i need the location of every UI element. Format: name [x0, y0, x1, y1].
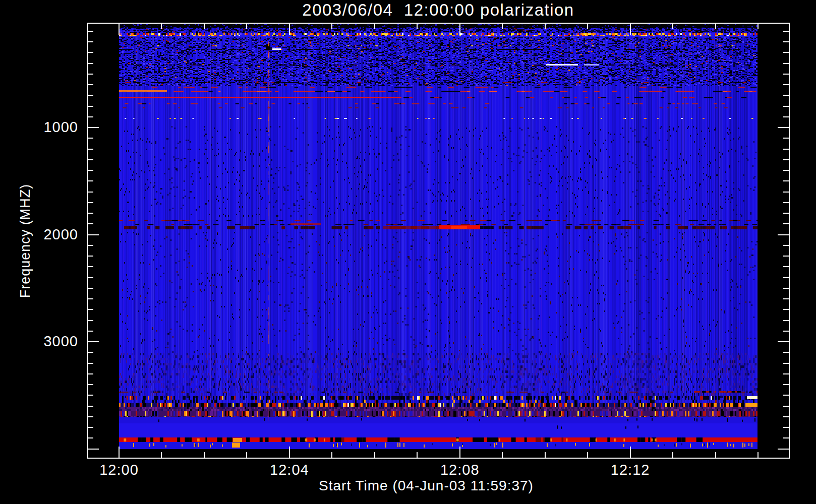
tick-mark — [331, 452, 332, 458]
tick-mark — [778, 127, 789, 128]
tick-mark — [88, 234, 99, 235]
tick-mark — [204, 24, 205, 29]
tick-mark — [783, 245, 789, 246]
tick-mark — [88, 223, 93, 224]
tick-mark — [783, 223, 789, 224]
tick-mark — [545, 24, 546, 29]
tick-mark — [88, 373, 93, 374]
tick-mark — [502, 24, 503, 29]
tick-mark — [289, 447, 290, 458]
tick-mark — [783, 95, 789, 96]
tick-mark — [88, 52, 93, 53]
tick-mark — [459, 24, 460, 35]
tick-mark — [783, 320, 789, 321]
tick-mark — [778, 449, 789, 450]
x-axis-label: Start Time (04-Jun-03 11:59:37) — [87, 478, 766, 494]
tick-mark — [88, 266, 93, 267]
tick-mark — [88, 192, 93, 193]
tick-mark — [630, 447, 631, 458]
tick-mark — [88, 74, 93, 75]
tick-mark — [161, 452, 162, 458]
tick-mark — [88, 320, 93, 321]
tick-mark — [783, 363, 789, 364]
tick-mark — [783, 192, 789, 193]
tick-mark — [88, 63, 93, 64]
tick-mark — [783, 266, 789, 267]
tick-mark — [88, 106, 93, 107]
tick-mark — [783, 416, 789, 417]
tick-mark — [88, 406, 93, 407]
tick-mark — [88, 298, 93, 299]
chart-title: 2003/06/04 12:00:00 polarization — [87, 0, 790, 20]
tick-mark — [783, 256, 789, 257]
tick-mark — [783, 52, 789, 53]
tick-mark — [88, 245, 93, 246]
tick-mark — [783, 180, 789, 181]
tick-mark — [374, 452, 375, 458]
x-tick-label: 12:08 — [425, 462, 495, 478]
tick-mark — [783, 74, 789, 75]
tick-mark — [757, 24, 759, 29]
tick-mark — [88, 288, 93, 289]
tick-mark — [783, 84, 789, 85]
tick-mark — [783, 159, 789, 160]
tick-mark — [417, 452, 418, 458]
tick-mark — [783, 427, 789, 428]
tick-mark — [783, 437, 789, 438]
tick-mark — [783, 170, 789, 171]
tick-mark — [88, 341, 99, 342]
tick-mark — [783, 149, 789, 150]
x-tick-label: 12:12 — [595, 462, 666, 478]
tick-mark — [88, 95, 93, 96]
tick-mark — [88, 213, 93, 214]
tick-mark — [88, 170, 93, 171]
tick-mark — [459, 447, 460, 458]
tick-mark — [88, 31, 93, 32]
tick-mark — [88, 395, 93, 396]
tick-mark — [331, 24, 332, 29]
tick-mark — [88, 138, 93, 139]
tick-mark — [88, 180, 93, 181]
tick-mark — [88, 41, 93, 42]
tick-mark — [783, 202, 789, 203]
tick-mark — [783, 331, 789, 332]
screenshot-root: 2003/06/04 12:00:00 polarization Frequen… — [0, 0, 816, 504]
tick-mark — [778, 234, 789, 235]
plot-frame — [87, 23, 790, 459]
tick-mark — [783, 213, 789, 214]
tick-mark — [587, 24, 588, 29]
tick-mark — [715, 24, 716, 29]
tick-mark — [783, 116, 789, 117]
tick-mark — [289, 24, 290, 35]
tick-mark — [88, 437, 93, 438]
tick-mark — [783, 277, 789, 278]
tick-mark — [417, 24, 418, 29]
tick-mark — [88, 331, 93, 332]
tick-mark — [88, 427, 93, 428]
tick-mark — [88, 416, 93, 417]
tick-mark — [783, 384, 789, 385]
tick-mark — [783, 31, 789, 32]
tick-mark — [88, 363, 93, 364]
tick-mark — [672, 24, 673, 29]
tick-mark — [88, 352, 93, 353]
tick-mark — [783, 41, 789, 42]
tick-mark — [783, 352, 789, 353]
tick-mark — [783, 138, 789, 139]
tick-mark — [88, 84, 93, 85]
y-tick-label: 3000 — [20, 333, 78, 350]
tick-mark — [204, 452, 205, 458]
tick-mark — [783, 309, 789, 310]
tick-mark — [88, 449, 99, 450]
tick-mark — [783, 63, 789, 64]
tick-mark — [88, 202, 93, 203]
tick-mark — [783, 373, 789, 374]
tick-mark — [88, 384, 93, 385]
tick-mark — [119, 24, 120, 35]
tick-mark — [630, 24, 631, 35]
x-tick-label: 12:04 — [254, 462, 325, 478]
tick-mark — [88, 309, 93, 310]
x-tick-label: 12:00 — [84, 462, 154, 478]
tick-mark — [246, 24, 247, 29]
tick-mark — [715, 452, 716, 458]
